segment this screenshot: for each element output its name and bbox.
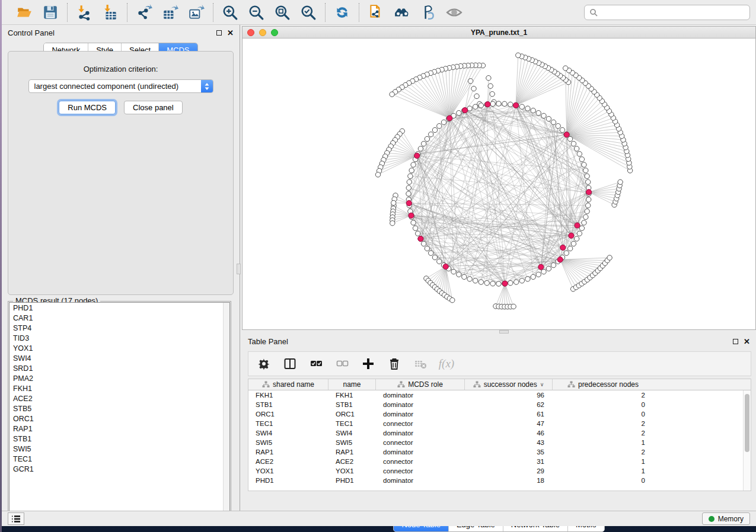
float-table-panel-icon[interactable] bbox=[733, 339, 738, 344]
network-window-titlebar[interactable]: YPA_prune.txt_1 bbox=[243, 27, 755, 39]
mcds-result-groupbox: MCDS result (17 nodes) PHD1CAR1STP4TID3Y… bbox=[8, 301, 231, 521]
search-input[interactable] bbox=[601, 8, 745, 17]
mcds-tab-content: Optimization criterion: largest connecte… bbox=[8, 51, 234, 295]
column-header-MCDS-role[interactable]: MCDS role bbox=[376, 379, 465, 390]
table-row[interactable]: FKH1FKH1dominator962 bbox=[248, 390, 751, 400]
cell-MCDS-role: connector bbox=[376, 458, 465, 465]
table-row[interactable]: YOX1YOX1connector291 bbox=[248, 466, 751, 476]
table-row[interactable]: TEC1TEC1connector472 bbox=[248, 419, 751, 428]
cell-successor-nodes: 46 bbox=[465, 430, 553, 437]
cell-predecessor-nodes: 0 bbox=[553, 401, 653, 408]
mcds-result-item[interactable]: GCR1 bbox=[9, 464, 229, 474]
close-table-panel-icon[interactable]: ✕ bbox=[744, 339, 750, 344]
table-row[interactable]: SWI4SWI4dominator462 bbox=[248, 428, 751, 438]
optimization-criterion-dropdown[interactable]: largest connected component (undirected) bbox=[28, 79, 213, 93]
mcds-result-item[interactable]: ORC1 bbox=[9, 414, 229, 424]
memory-label: Memory bbox=[718, 515, 744, 523]
settings-gear-icon[interactable] bbox=[257, 357, 271, 371]
zoom-fit-icon[interactable] bbox=[273, 4, 291, 21]
column-header-shared-name[interactable]: shared name bbox=[248, 379, 328, 390]
column-header-name[interactable]: name bbox=[328, 379, 376, 390]
mcds-result-item[interactable]: FKH1 bbox=[9, 383, 229, 393]
mcds-result-item[interactable]: STB1 bbox=[9, 434, 229, 444]
column-label: shared name bbox=[273, 380, 314, 389]
close-window-icon[interactable] bbox=[247, 29, 254, 36]
new-network-from-selection-icon[interactable] bbox=[367, 4, 385, 21]
column-header-successor-nodes[interactable]: successor nodes∨ bbox=[465, 379, 553, 390]
mcds-result-item[interactable]: STB5 bbox=[9, 403, 229, 414]
import-network-icon[interactable] bbox=[75, 4, 93, 21]
table-row[interactable]: ACE2ACE2connector311 bbox=[248, 457, 751, 466]
optimization-criterion-label: Optimization criterion: bbox=[8, 65, 233, 73]
zoom-in-icon[interactable] bbox=[221, 4, 239, 21]
mcds-result-item[interactable]: PHD1 bbox=[9, 303, 229, 313]
show-hide-icon[interactable] bbox=[445, 4, 463, 21]
cell-name: ACE2 bbox=[328, 458, 376, 465]
close-panel-icon[interactable]: ✕ bbox=[227, 30, 234, 36]
find-icon[interactable] bbox=[393, 4, 411, 21]
network-view-window: YPA_prune.txt_1 bbox=[242, 26, 756, 330]
mcds-result-item[interactable]: YOX1 bbox=[9, 343, 229, 353]
save-session-icon[interactable] bbox=[42, 4, 59, 21]
network-window-title: YPA_prune.txt_1 bbox=[471, 28, 527, 37]
show-column-icon[interactable] bbox=[283, 357, 297, 371]
cell-name: YOX1 bbox=[328, 467, 376, 475]
cell-predecessor-nodes: 2 bbox=[553, 392, 653, 399]
export-table-icon[interactable] bbox=[161, 4, 179, 21]
network-graph[interactable] bbox=[243, 39, 755, 329]
mcds-result-item[interactable]: CAR1 bbox=[9, 313, 229, 323]
import-table-icon[interactable] bbox=[101, 4, 119, 21]
add-icon[interactable] bbox=[361, 357, 375, 371]
export-network-icon[interactable] bbox=[135, 4, 153, 21]
table-scrollbar-thumb[interactable] bbox=[745, 394, 749, 452]
vertical-splitter-handle[interactable] bbox=[237, 264, 241, 274]
column-header-predecessor-nodes[interactable]: predecessor nodes bbox=[553, 379, 653, 390]
minimize-window-icon[interactable] bbox=[259, 29, 266, 36]
mcds-result-item[interactable]: SRD1 bbox=[9, 363, 229, 373]
mcds-result-item[interactable]: SWI4 bbox=[9, 353, 229, 363]
select-all-icon[interactable] bbox=[309, 357, 323, 371]
open-file-icon[interactable] bbox=[15, 4, 33, 21]
close-panel-button[interactable]: Close panel bbox=[124, 101, 183, 114]
graphics-details-icon[interactable] bbox=[419, 4, 437, 21]
table-scrollbar[interactable] bbox=[743, 390, 751, 491]
table-row[interactable]: SWI5SWI5connector431 bbox=[248, 438, 751, 447]
network-canvas[interactable] bbox=[243, 39, 755, 329]
mcds-result-item[interactable]: TEC1 bbox=[9, 454, 229, 464]
table-row[interactable]: STB1STB1dominator620 bbox=[248, 400, 751, 409]
mcds-result-item[interactable]: RAP1 bbox=[9, 424, 229, 434]
mcds-result-item[interactable]: STP4 bbox=[9, 323, 229, 333]
cell-MCDS-role: dominator bbox=[376, 392, 465, 399]
mcds-result-item[interactable]: PMA2 bbox=[9, 373, 229, 383]
deselect-all-icon[interactable] bbox=[335, 357, 349, 371]
function-builder-icon: f(x) bbox=[439, 357, 454, 371]
mcds-result-item[interactable]: ACE2 bbox=[9, 393, 229, 403]
refresh-icon[interactable] bbox=[333, 4, 351, 21]
run-mcds-button[interactable]: Run MCDS bbox=[59, 101, 116, 114]
memory-button[interactable]: Memory bbox=[702, 512, 750, 525]
mcds-result-item[interactable]: SWI5 bbox=[9, 444, 229, 454]
table-row[interactable]: PHD1PHD1dominator180 bbox=[248, 476, 751, 485]
zoom-selected-icon[interactable] bbox=[299, 4, 317, 21]
node-table: shared namenameMCDS rolesuccessor nodes∨… bbox=[248, 379, 751, 491]
zoom-out-icon[interactable] bbox=[247, 4, 265, 21]
float-panel-icon[interactable] bbox=[216, 30, 222, 36]
cell-MCDS-role: dominator bbox=[376, 401, 465, 408]
cell-predecessor-nodes: 2 bbox=[553, 448, 653, 456]
table-row[interactable]: ORC1ORC1dominator610 bbox=[248, 409, 751, 419]
mcds-result-item[interactable]: TID3 bbox=[9, 333, 229, 343]
console-list-icon[interactable] bbox=[8, 512, 24, 525]
export-image-icon[interactable] bbox=[187, 4, 205, 21]
cell-MCDS-role: connector bbox=[376, 467, 465, 475]
column-label: name bbox=[343, 380, 361, 389]
maximize-window-icon[interactable] bbox=[271, 29, 278, 36]
table-panel-title: Table Panel bbox=[248, 337, 288, 346]
cell-MCDS-role: dominator bbox=[376, 477, 465, 484]
cell-successor-nodes: 29 bbox=[465, 467, 553, 475]
table-toolbar: f(x) bbox=[248, 351, 751, 376]
cell-shared-name: SWI4 bbox=[248, 430, 328, 437]
table-row[interactable]: RAP1RAP1dominator352 bbox=[248, 447, 751, 457]
delete-icon[interactable] bbox=[387, 357, 401, 371]
search-field[interactable] bbox=[584, 5, 750, 20]
mcds-list-scrollbar[interactable] bbox=[223, 303, 229, 520]
